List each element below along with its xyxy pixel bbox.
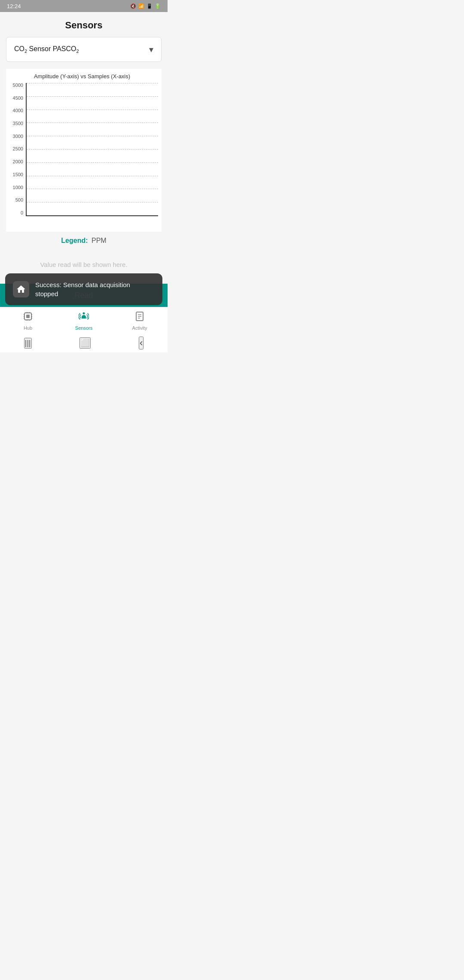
legend-label: Legend: <box>61 237 88 244</box>
grid-line <box>27 110 158 110</box>
svg-rect-1 <box>26 315 30 318</box>
status-time: 12:24 <box>7 3 21 9</box>
chevron-down-icon: ▾ <box>149 44 153 55</box>
y-axis-label: 2500 <box>13 147 23 151</box>
y-axis-label: 3500 <box>13 121 23 126</box>
y-axis-label: 5000 <box>13 83 23 88</box>
grid-line <box>27 162 158 163</box>
activity-icon <box>134 311 145 324</box>
system-home-button[interactable]: ⬜ <box>79 337 91 349</box>
system-nav: ||| ⬜ ‹ <box>0 334 168 352</box>
grid-line <box>27 96 158 97</box>
grid-line <box>27 176 158 176</box>
chart-container: Amplitude (Y-axis) vs Samples (X-axis) 5… <box>6 69 162 232</box>
grid-line <box>27 122 158 123</box>
app-header: Sensors <box>0 12 168 37</box>
sensor-selector-label: CO2 Sensor PASCO2 <box>14 45 79 54</box>
chart-wrapper: 5000450040003500300025002000150010005000 <box>6 83 158 216</box>
system-menu-button[interactable]: ||| <box>24 338 32 349</box>
sensor-selector[interactable]: CO2 Sensor PASCO2 ▾ <box>6 37 162 62</box>
hub-icon <box>23 311 33 324</box>
mute-icon: 🔇 <box>130 3 136 9</box>
sensors-label: Sensors <box>75 325 92 331</box>
y-axis-label: 4500 <box>13 96 23 101</box>
svg-point-14 <box>83 312 85 315</box>
y-axis-label: 500 <box>15 198 23 202</box>
system-back-button[interactable]: ‹ <box>139 337 143 349</box>
page-title: Sensors <box>0 20 168 31</box>
grid-line <box>27 83 158 83</box>
activity-label: Activity <box>132 325 147 331</box>
toast-text: Success: Sensor data acquisition stopped <box>35 280 155 298</box>
battery-icon: 🔋 <box>155 3 161 9</box>
grid-line <box>27 136 158 136</box>
grid-line <box>27 202 158 202</box>
sensor-sub1: 2 <box>24 49 27 54</box>
sensors-icon <box>79 311 89 324</box>
status-icons: 🔇 📶 📱 🔋 <box>130 3 161 9</box>
grid-line <box>27 189 158 189</box>
y-axis-label: 2000 <box>13 159 23 164</box>
signal-icon: 📱 <box>147 3 153 9</box>
nav-item-activity[interactable]: Activity <box>112 311 168 331</box>
y-axis: 5000450040003500300025002000150010005000 <box>6 83 26 216</box>
y-axis-label: 0 <box>21 211 23 215</box>
bottom-nav: Hub Sensors Activity <box>0 307 168 334</box>
value-placeholder: Value read will be shown here. <box>0 261 168 268</box>
y-axis-label: 4000 <box>13 108 23 113</box>
status-bar: 12:24 🔇 📶 📱 🔋 <box>0 0 168 12</box>
chart-title: Amplitude (Y-axis) vs Samples (X-axis) <box>6 73 158 80</box>
chart-plot <box>26 83 158 216</box>
legend-value: PPM <box>92 237 107 244</box>
grid-line <box>27 149 158 150</box>
hub-label: Hub <box>24 325 32 331</box>
sensor-sub2: 2 <box>76 49 79 54</box>
wifi-icon: 📶 <box>138 3 144 9</box>
nav-item-hub[interactable]: Hub <box>0 311 56 331</box>
y-axis-label: 3000 <box>13 134 23 139</box>
nav-item-sensors[interactable]: Sensors <box>56 311 112 331</box>
legend-area: Legend: PPM <box>0 237 168 245</box>
toast-icon <box>13 281 29 297</box>
y-axis-label: 1500 <box>13 172 23 177</box>
toast-notification: Success: Sensor data acquisition stopped <box>5 273 162 305</box>
y-axis-label: 1000 <box>13 185 23 190</box>
